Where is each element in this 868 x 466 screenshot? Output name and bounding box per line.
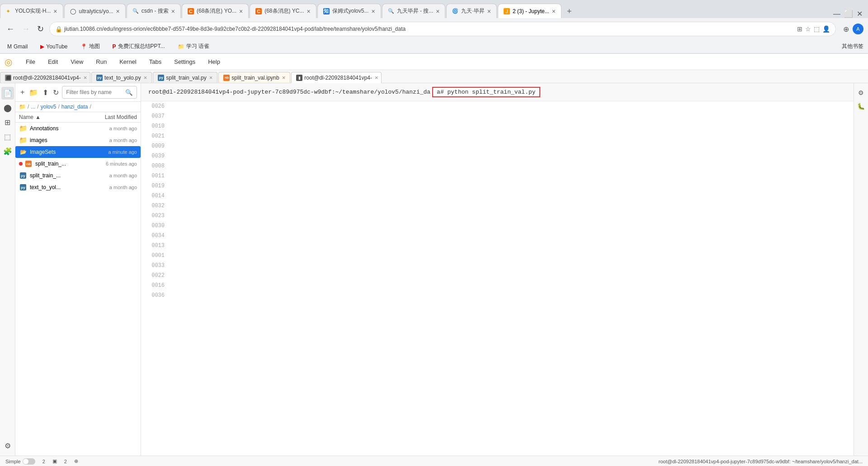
tab-close-8[interactable]: ×	[487, 8, 491, 15]
file-item-images[interactable]: 📁 images a month ago	[15, 134, 141, 146]
file-item-imagesets[interactable]: 📂 ImageSets a minute ago	[15, 146, 141, 158]
bc-hanzidata[interactable]: hanzi_data	[61, 104, 88, 110]
bookmark-maps[interactable]: 📍 地图	[78, 42, 103, 51]
jupyter-tab-2[interactable]: py text_to_yolo.py ×	[91, 72, 152, 83]
browser-tab-8[interactable]: 🌀 九天·毕昇 ×	[446, 4, 497, 18]
jupyter-tab-1[interactable]: ⬛ root@dl-220928184041vp4- ×	[0, 72, 90, 83]
maximize-button[interactable]: ⬜	[844, 10, 853, 18]
bookmark-ppt[interactable]: P 免费汇报总结PPT...	[110, 42, 168, 51]
menu-view[interactable]: View	[68, 57, 86, 67]
browser-tab-4[interactable]: C (68条消息) YO... ×	[182, 4, 249, 18]
bookmark-gmail[interactable]: M Gmail	[5, 43, 30, 51]
back-button[interactable]: ←	[5, 23, 16, 36]
browser-tab-3[interactable]: 🔍 csdn - 搜索 ×	[127, 4, 181, 18]
file-item-annotations[interactable]: 📁 Annotations a month ago	[15, 123, 141, 134]
sidebar-running-icon[interactable]: ⬤	[1, 101, 14, 114]
file-search-submit[interactable]: 🔍	[125, 89, 133, 96]
refresh-button[interactable]: ↻	[52, 87, 60, 98]
jupyter-menubar: ◎ File Edit View Run Kernel Tabs Setting…	[0, 54, 868, 70]
tab-close-7[interactable]: ×	[436, 8, 439, 15]
menu-run[interactable]: Run	[93, 57, 109, 67]
modified-dot-icon	[19, 162, 23, 166]
tab-close-9[interactable]: ×	[552, 8, 556, 15]
bookmark-yuque-label: 学习 语雀	[186, 43, 209, 50]
line-number-0010: 0010	[141, 121, 168, 131]
translate-icon[interactable]: ⊞	[797, 25, 802, 33]
line-number-0039: 0039	[141, 151, 168, 161]
forward-button[interactable]: →	[20, 23, 32, 36]
refresh-button[interactable]: ↻	[35, 22, 46, 36]
jupyter-tab-3-close[interactable]: ×	[209, 74, 213, 81]
file-list: 📁 Annotations a month ago 📁 images a mon…	[15, 123, 141, 456]
tab-favicon-1: ✦	[6, 8, 12, 14]
sidebar-files-icon[interactable]: 📄	[1, 87, 14, 100]
close-button[interactable]: ✕	[857, 10, 863, 18]
bc-ellipsis[interactable]: ...	[31, 104, 35, 110]
tab-close-1[interactable]: ×	[53, 8, 57, 15]
browser-tab-2[interactable]: ◯ ultralytics/yo... ×	[64, 4, 126, 18]
jupyter-tab-3[interactable]: py split_train_val.py ×	[153, 72, 217, 83]
terminal-command-boxed: a# python split_train_val.py	[432, 87, 540, 97]
jupyter-tab-4[interactable]: nb split_train_val.ipynb ×	[218, 72, 290, 83]
other-bookmarks[interactable]: 其他书签	[842, 43, 863, 50]
jupyter-tab-1-close[interactable]: ×	[84, 74, 87, 81]
browser-tab-7[interactable]: 🔍 九天毕昇 - 搜... ×	[382, 4, 446, 18]
line-content-0032	[168, 201, 854, 211]
column-name[interactable]: Name ▲	[19, 114, 83, 120]
bc-yolov5[interactable]: yolov5	[41, 104, 57, 110]
upload-button[interactable]: ⬆	[41, 87, 50, 98]
url-bar[interactable]: 🔒 jiutian.10086.cn/edu/ingress-orion/ec6…	[49, 22, 836, 36]
line-number-0013: 0013	[141, 241, 168, 251]
browser-tab-6[interactable]: 知 保姆式yolov5... ×	[317, 4, 381, 18]
browser-tab-5[interactable]: C (68条消息) YC... ×	[250, 4, 316, 18]
jupyter-tab-2-close[interactable]: ×	[144, 74, 147, 81]
tab-close-6[interactable]: ×	[371, 8, 375, 15]
bookmark-youtube[interactable]: ▶ YouTube	[38, 43, 70, 51]
file-item-split-py[interactable]: py split_train_... a month ago	[15, 170, 141, 181]
browser-chrome: ✦ YOLO实现·H... × ◯ ultralytics/yo... × 🔍 …	[0, 0, 868, 54]
file-list-header: Name ▲ Last Modified	[15, 112, 141, 123]
tab-close-4[interactable]: ×	[239, 8, 243, 15]
cast-icon[interactable]: ⬚	[814, 25, 820, 33]
menu-kernel[interactable]: Kernel	[117, 57, 139, 67]
new-tab-button[interactable]: +	[562, 5, 576, 18]
jupyter-tab-4-close[interactable]: ×	[282, 74, 286, 81]
tab-close-5[interactable]: ×	[307, 8, 311, 15]
profile-icon[interactable]: 👤	[822, 25, 830, 33]
main-scroll-container[interactable]: root@dl-220928184041vp4-pod-jupyter-7c89…	[141, 83, 854, 456]
tab-close-3[interactable]: ×	[171, 8, 175, 15]
file-item-text-yolo[interactable]: py text_to_yol... a month ago	[15, 181, 141, 193]
py-icon-file-2: py	[19, 171, 27, 180]
file-item-split-ipynb[interactable]: nb split_train_... 6 minutes ago	[15, 158, 141, 170]
minimize-button[interactable]: —	[833, 10, 840, 18]
jupyter-tab-5[interactable]: ▮ root@dl-220928184041vp4- ×	[291, 72, 382, 83]
sidebar-extensions-icon[interactable]: 🧩	[1, 145, 14, 157]
user-profile-button[interactable]: A	[853, 24, 863, 34]
sidebar-settings-icon[interactable]: ⚙	[1, 439, 14, 452]
extensions-icon[interactable]: ⊕	[843, 25, 849, 33]
browser-tab-1[interactable]: ✦ YOLO实现·H... ×	[0, 4, 63, 18]
sidebar-commands-icon[interactable]: ⊞	[1, 116, 14, 128]
jupyter-tab-5-close[interactable]: ×	[375, 74, 378, 81]
file-search-box[interactable]: 🔍	[62, 86, 137, 99]
simple-mode-toggle[interactable]: Simple	[5, 458, 35, 465]
property-inspector-icon[interactable]: ⚙	[855, 87, 867, 99]
menu-file[interactable]: File	[23, 57, 38, 67]
new-folder-button[interactable]: 📁	[28, 87, 39, 98]
menu-help[interactable]: Help	[205, 57, 223, 67]
file-search-input[interactable]	[66, 89, 125, 95]
bookmark-star-icon[interactable]: ☆	[805, 25, 811, 33]
file-modified-images: a month ago	[83, 138, 137, 143]
menu-tabs[interactable]: Tabs	[146, 57, 164, 67]
debugger-icon[interactable]: 🐛	[855, 100, 867, 112]
file-name-text-yolo: text_to_yol...	[30, 184, 83, 190]
file-name-split-ipynb: split_train_...	[35, 161, 83, 167]
browser-tab-9[interactable]: J 2 (3) - Jupyte... ×	[498, 4, 561, 18]
tab-close-2[interactable]: ×	[116, 8, 120, 15]
bookmark-yuque[interactable]: 📁 学习 语雀	[175, 42, 212, 51]
bc-root[interactable]: 📁	[19, 104, 26, 110]
menu-settings[interactable]: Settings	[171, 57, 198, 67]
sidebar-tabs-icon[interactable]: ⬚	[1, 130, 14, 143]
menu-edit[interactable]: Edit	[45, 57, 61, 67]
new-file-button[interactable]: +	[19, 87, 26, 98]
